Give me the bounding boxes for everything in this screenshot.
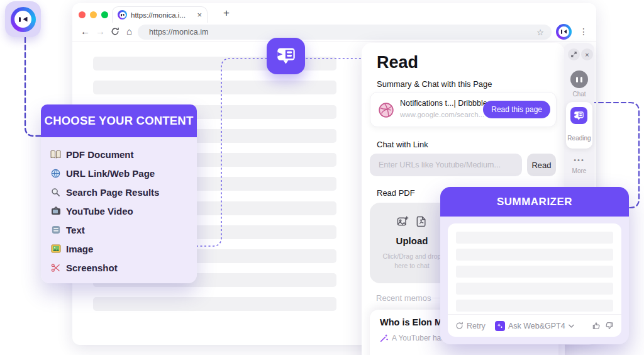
- content-item-label: PDF Document: [66, 149, 134, 160]
- thumbs-down-icon[interactable]: [604, 321, 614, 330]
- screenshot-stage: https://monica.i... × + ← → ⌂ https://mo…: [0, 0, 644, 355]
- read-panel-title: Read: [377, 53, 418, 72]
- content-item-label: Text: [66, 225, 85, 235]
- browser-toolbar: ← → ⌂ https://monica.im ☆ ⋮: [72, 22, 596, 42]
- back-icon[interactable]: ←: [80, 26, 90, 37]
- model-sparkle-icon: [495, 321, 505, 331]
- sidebar-rail: × Chat Reading ••• More: [564, 43, 594, 193]
- book-chat-icon: [276, 47, 296, 65]
- content-item-youtube: YouTube Video: [50, 201, 197, 220]
- book-icon: [50, 150, 61, 159]
- retry-button[interactable]: Retry: [467, 322, 486, 330]
- text-icon: [50, 225, 61, 234]
- browser-menu-icon[interactable]: ⋮: [579, 26, 588, 37]
- close-icon[interactable]: ×: [581, 48, 593, 60]
- browser-tab[interactable]: https://monica.i... ×: [112, 6, 208, 23]
- content-item-label: Image: [66, 244, 93, 254]
- reading-tab-icon[interactable]: [570, 107, 587, 124]
- browser-chrome: https://monica.i... × + ← → ⌂ https://mo…: [72, 3, 596, 42]
- magnifier-icon: [50, 188, 61, 197]
- summarizer-panel: SUMMARIZER Retry Ask Web&GPT4: [440, 187, 629, 344]
- bookmark-star-icon[interactable]: ☆: [536, 28, 544, 37]
- recent-memos-label: Recent memos: [376, 293, 431, 303]
- current-page-card: Notifications t...| Dribbble www.google.…: [370, 92, 557, 127]
- read-panel-subtitle: Summary & Chat with this Page: [377, 79, 492, 89]
- summarizer-result-card: Retry Ask Web&GPT4: [448, 223, 621, 337]
- summarizer-footer: Retry Ask Web&GPT4: [448, 314, 621, 337]
- traffic-light-close[interactable]: [79, 11, 86, 18]
- summarizer-title: SUMMARIZER: [440, 187, 629, 217]
- image-icon: [50, 244, 61, 253]
- reload-icon[interactable]: [111, 27, 119, 38]
- new-tab-button[interactable]: +: [223, 7, 230, 20]
- image-plus-icon: [396, 215, 409, 228]
- content-item-label: YouTube Video: [66, 206, 133, 217]
- expand-icon[interactable]: [568, 48, 580, 60]
- url-input[interactable]: [370, 154, 522, 176]
- read-url-button[interactable]: Read: [527, 154, 556, 176]
- monica-logo: [5, 1, 41, 37]
- magic-wand-icon: [380, 334, 389, 342]
- address-url: https://monica.im: [149, 28, 536, 37]
- more-tab-icon[interactable]: •••: [564, 156, 594, 164]
- home-icon[interactable]: ⌂: [126, 26, 132, 37]
- summary-skeleton-line: [456, 266, 613, 278]
- choose-content-panel: CHOOSE YOUR CONTENT PDF Document URL Lin…: [41, 104, 197, 283]
- content-type-list: PDF Document URL Link/Web Page Search Pa…: [50, 145, 197, 277]
- content-item-search: Search Page Results: [50, 183, 197, 201]
- rail-chat-label[interactable]: Chat: [564, 91, 594, 98]
- forward-icon[interactable]: →: [96, 26, 105, 37]
- summary-skeleton-line: [456, 232, 613, 244]
- summary-skeleton-line: [456, 283, 613, 295]
- tab-favicon-monica-icon: [118, 10, 127, 20]
- scissors-icon: [50, 263, 61, 273]
- skeleton-line: [93, 81, 336, 94]
- rail-more-label[interactable]: More: [564, 167, 594, 174]
- content-item-url: URL Link/Web Page: [50, 164, 197, 183]
- retry-icon[interactable]: [455, 322, 464, 330]
- pdf-file-icon: [415, 215, 428, 228]
- tab-title: https://monica.i...: [131, 11, 193, 19]
- read-pdf-label: Read PDF: [377, 188, 415, 198]
- tab-close-icon[interactable]: ×: [197, 11, 202, 19]
- content-item-label: Screenshot: [66, 262, 118, 273]
- thumbs-up-icon[interactable]: [592, 321, 601, 330]
- content-item-pdf: PDF Document: [50, 145, 197, 164]
- content-item-screenshot: Screenshot: [50, 258, 197, 277]
- traffic-light-minimize[interactable]: [90, 11, 97, 18]
- content-item-label: URL Link/Web Page: [66, 168, 155, 179]
- summary-skeleton-line: [456, 249, 613, 261]
- chat-tab-icon[interactable]: [570, 70, 588, 88]
- summary-skeleton-line: [456, 300, 613, 312]
- content-item-image: Image: [50, 239, 197, 258]
- content-item-text: Text: [50, 220, 197, 239]
- model-selector[interactable]: Ask Web&GPT4: [508, 322, 565, 330]
- chat-with-link-label: Chat with Link: [377, 140, 428, 149]
- page-card-title: Notifications t...| Dribbble: [400, 99, 487, 108]
- skeleton-line: [93, 297, 336, 311]
- traffic-light-maximize[interactable]: [101, 11, 108, 18]
- reading-float-button[interactable]: [267, 38, 305, 74]
- rail-reading-label[interactable]: Reading: [564, 135, 594, 142]
- globe-icon: [50, 169, 61, 178]
- monica-face-icon: [11, 7, 36, 32]
- page-card-url: www.google.com/search...: [400, 111, 484, 118]
- choose-content-title: CHOOSE YOUR CONTENT: [41, 104, 197, 137]
- address-bar[interactable]: https://monica.im ☆: [138, 25, 552, 40]
- read-this-page-button[interactable]: Read this page: [483, 101, 550, 118]
- tv-icon: [50, 206, 61, 215]
- upload-hint: Click/Drag and drop here to chat: [377, 252, 447, 271]
- dribbble-icon: [378, 102, 394, 118]
- monica-extension-icon[interactable]: [556, 24, 572, 40]
- content-item-label: Search Page Results: [66, 187, 159, 198]
- chevron-down-icon[interactable]: [569, 324, 574, 328]
